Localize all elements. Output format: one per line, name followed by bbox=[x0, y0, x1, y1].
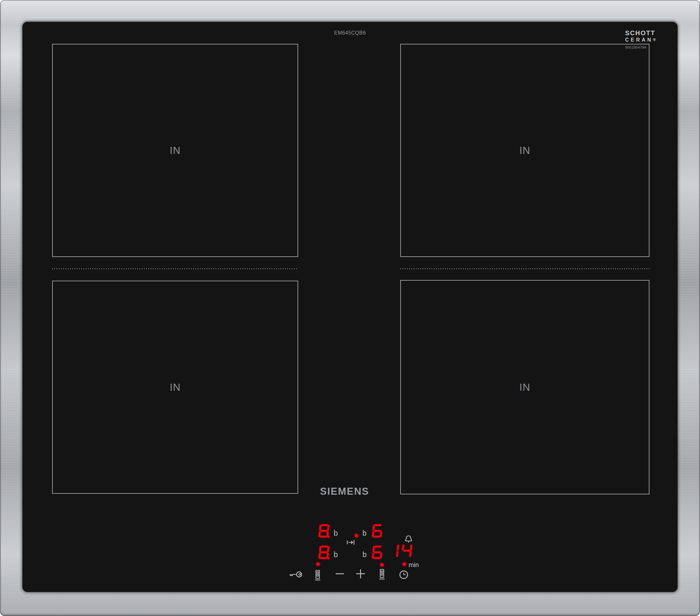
zone-select-dot-center bbox=[354, 534, 358, 538]
segment-d bbox=[373, 536, 380, 538]
segment-c bbox=[409, 551, 412, 557]
power-slider-right-icon[interactable] bbox=[379, 569, 385, 580]
power-display-right-front bbox=[372, 546, 383, 559]
registered-mark: ® bbox=[653, 37, 656, 42]
induction-indicator: IN bbox=[170, 381, 181, 393]
power-display-left-front bbox=[318, 546, 329, 559]
slider-active-dot-left bbox=[316, 562, 320, 566]
schott-ceran-logo-line1: SCHOTT bbox=[625, 29, 676, 37]
segment-d bbox=[373, 557, 380, 559]
schott-ceran-logo-line2: CERAN® bbox=[625, 37, 676, 43]
timer-display-digit-1 bbox=[388, 544, 399, 557]
segment-b bbox=[410, 545, 412, 551]
cooking-zone-rear-right: IN bbox=[400, 44, 649, 257]
timer-min-dot bbox=[402, 562, 406, 566]
siemens-logo: SIEMENS bbox=[320, 486, 369, 497]
segment-a bbox=[375, 546, 382, 547]
segment-b bbox=[327, 546, 329, 552]
combi-zone-separator-left bbox=[52, 269, 298, 269]
segment-g bbox=[403, 550, 411, 552]
segment-a bbox=[375, 524, 382, 526]
induction-indicator: IN bbox=[170, 145, 181, 157]
slider-active-dot-right bbox=[380, 563, 384, 567]
induction-indicator: IN bbox=[520, 145, 530, 157]
segment-d bbox=[320, 536, 327, 538]
control-panel: b b bbox=[288, 521, 429, 590]
segment-a bbox=[321, 546, 328, 547]
boost-letter: b bbox=[334, 551, 338, 558]
timer-clock-button[interactable] bbox=[399, 570, 408, 579]
model-number: EM645CQB6 bbox=[334, 30, 366, 36]
segment-a bbox=[321, 524, 328, 526]
power-slider-left-icon[interactable] bbox=[314, 570, 321, 581]
timer-transfer-icon bbox=[347, 539, 355, 546]
boost-letter: b bbox=[362, 551, 367, 558]
power-display-right-rear bbox=[372, 524, 383, 538]
plus-button[interactable] bbox=[356, 569, 365, 579]
cooking-zone-rear-left: IN bbox=[52, 44, 298, 257]
segment-g bbox=[321, 551, 328, 553]
segment-g bbox=[374, 551, 381, 553]
boost-letter: b bbox=[334, 530, 338, 537]
timer-display-digit-2 bbox=[401, 544, 412, 557]
segment-g bbox=[374, 530, 381, 532]
ceramic-glass-surface: EM645CQB6 SCHOTT CERAN® 9001804794 IN IN… bbox=[22, 22, 678, 592]
boost-letter: b bbox=[362, 530, 367, 537]
product-photo: EM645CQB6 SCHOTT CERAN® 9001804794 IN IN… bbox=[0, 0, 700, 616]
schott-ceran-logo: SCHOTT CERAN® bbox=[625, 29, 676, 43]
minutes-label: min bbox=[409, 562, 419, 568]
segment-c bbox=[396, 551, 399, 557]
segment-g bbox=[321, 530, 328, 532]
segment-b bbox=[397, 545, 399, 551]
combi-zone-separator-right bbox=[400, 269, 649, 269]
minus-button[interactable] bbox=[335, 571, 344, 576]
cooking-zone-front-right: IN bbox=[400, 280, 649, 494]
cooking-zone-front-left: IN bbox=[52, 281, 298, 494]
induction-indicator: IN bbox=[520, 381, 530, 393]
alarm-bell-icon bbox=[404, 535, 413, 543]
child-lock-key-icon[interactable] bbox=[289, 571, 303, 578]
segment-b bbox=[327, 525, 329, 531]
segment-d bbox=[320, 557, 327, 559]
power-display-left-rear bbox=[318, 524, 329, 538]
